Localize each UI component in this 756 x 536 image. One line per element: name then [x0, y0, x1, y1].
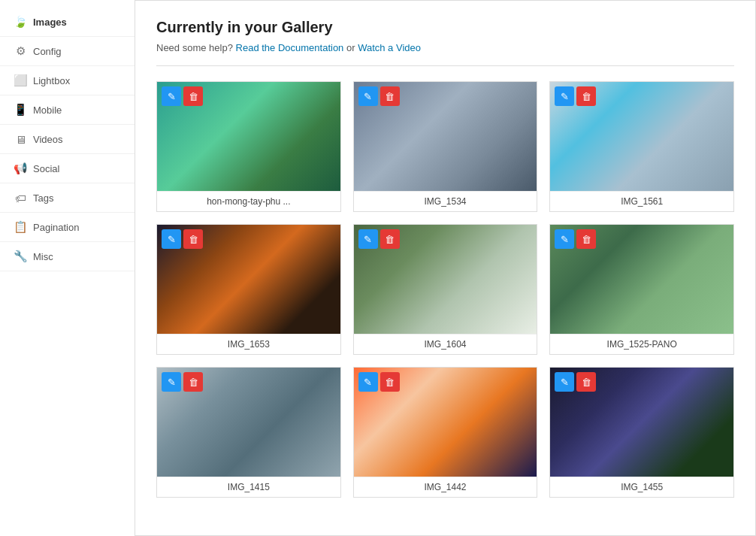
- page-title: Currently in your Gallery: [156, 19, 734, 36]
- watch-video-link[interactable]: Watch a Video: [358, 42, 421, 53]
- sidebar-label-lightbox: Lightbox: [33, 75, 70, 86]
- sidebar-label-misc: Misc: [33, 251, 53, 262]
- delete-button[interactable]: 🗑: [183, 372, 203, 392]
- sidebar-label-images: Images: [33, 17, 67, 28]
- delete-button[interactable]: 🗑: [576, 372, 596, 392]
- tags-icon: 🏷: [14, 191, 27, 204]
- sidebar-item-mobile[interactable]: 📱 Mobile: [0, 95, 135, 125]
- sidebar-item-lightbox[interactable]: ⬜ Lightbox: [0, 66, 135, 95]
- gallery-caption: IMG_1442: [354, 477, 537, 497]
- gallery-overlay: ✎ 🗑: [162, 372, 203, 392]
- gallery-item: ✎ 🗑 IMG_1653: [156, 224, 341, 355]
- gallery-caption: IMG_1534: [354, 191, 537, 211]
- gallery-caption: IMG_1455: [550, 477, 733, 497]
- social-icon: 📢: [14, 162, 27, 175]
- sidebar-label-social: Social: [33, 163, 59, 174]
- main-content: Currently in your Gallery Need some help…: [135, 0, 756, 536]
- mobile-icon: 📱: [14, 103, 27, 117]
- read-docs-link[interactable]: Read the Documentation: [236, 42, 344, 53]
- videos-icon: 🖥: [14, 132, 27, 146]
- gallery-item: ✎ 🗑 IMG_1561: [549, 81, 734, 212]
- sidebar-label-videos: Videos: [33, 134, 63, 145]
- edit-button[interactable]: ✎: [358, 229, 378, 249]
- gallery-thumb: ✎ 🗑: [354, 368, 537, 477]
- gallery-thumb: ✎ 🗑: [354, 82, 537, 191]
- delete-button[interactable]: 🗑: [183, 86, 203, 106]
- sidebar: 🍃 Images ⚙ Config ⬜ Lightbox 📱 Mobile 🖥 …: [0, 0, 135, 536]
- delete-button[interactable]: 🗑: [380, 86, 400, 106]
- lightbox-icon: ⬜: [14, 74, 27, 87]
- gear-icon: ⚙: [14, 44, 27, 58]
- gallery-caption: IMG_1561: [550, 191, 733, 211]
- edit-button[interactable]: ✎: [555, 229, 574, 249]
- edit-button[interactable]: ✎: [162, 86, 181, 106]
- gallery-thumb: ✎ 🗑: [157, 225, 340, 334]
- sidebar-item-videos[interactable]: 🖥 Videos: [0, 125, 135, 154]
- sidebar-item-images[interactable]: 🍃 Images: [0, 8, 135, 37]
- gallery-thumb: ✎ 🗑: [550, 225, 733, 334]
- help-prefix: Need some help?: [156, 42, 233, 53]
- gallery-overlay: ✎ 🗑: [162, 86, 203, 106]
- gallery-thumb: ✎ 🗑: [550, 82, 733, 191]
- gallery-item: ✎ 🗑 IMG_1604: [353, 224, 538, 355]
- gallery-overlay: ✎ 🗑: [555, 86, 596, 106]
- gallery-overlay: ✎ 🗑: [358, 86, 400, 106]
- gallery-item: ✎ 🗑 IMG_1525-PANO: [549, 224, 734, 355]
- gallery-grid: ✎ 🗑 hon-mong-tay-phu ... ✎ 🗑 IMG_1534 ✎ …: [156, 81, 734, 498]
- gallery-overlay: ✎ 🗑: [162, 229, 203, 249]
- sidebar-item-pagination[interactable]: 📋 Pagination: [0, 213, 135, 242]
- gallery-item: ✎ 🗑 hon-mong-tay-phu ...: [156, 81, 341, 212]
- sidebar-item-config[interactable]: ⚙ Config: [0, 37, 135, 66]
- sidebar-item-misc[interactable]: 🔧 Misc: [0, 242, 135, 271]
- sidebar-label-mobile: Mobile: [33, 104, 62, 116]
- pagination-icon: 📋: [14, 220, 27, 234]
- gallery-thumb: ✎ 🗑: [550, 368, 733, 477]
- gallery-thumb: ✎ 🗑: [157, 368, 340, 477]
- sidebar-item-social[interactable]: 📢 Social: [0, 154, 135, 183]
- gallery-overlay: ✎ 🗑: [555, 229, 596, 249]
- gallery-item: ✎ 🗑 IMG_1534: [353, 81, 538, 212]
- help-middle: or: [346, 42, 358, 53]
- edit-button[interactable]: ✎: [555, 372, 574, 392]
- edit-button[interactable]: ✎: [162, 372, 181, 392]
- delete-button[interactable]: 🗑: [576, 229, 596, 249]
- misc-icon: 🔧: [14, 250, 27, 263]
- gallery-caption: IMG_1653: [157, 334, 340, 354]
- delete-button[interactable]: 🗑: [183, 229, 203, 249]
- gallery-item: ✎ 🗑 IMG_1442: [353, 367, 538, 498]
- edit-button[interactable]: ✎: [162, 229, 181, 249]
- gallery-thumb: ✎ 🗑: [157, 82, 340, 191]
- gallery-overlay: ✎ 🗑: [358, 229, 400, 249]
- gallery-thumb: ✎ 🗑: [354, 225, 537, 334]
- edit-button[interactable]: ✎: [555, 86, 574, 106]
- sidebar-label-pagination: Pagination: [33, 222, 79, 233]
- edit-button[interactable]: ✎: [358, 372, 378, 392]
- delete-button[interactable]: 🗑: [380, 229, 400, 249]
- gallery-overlay: ✎ 🗑: [555, 372, 596, 392]
- edit-button[interactable]: ✎: [358, 86, 378, 106]
- delete-button[interactable]: 🗑: [576, 86, 596, 106]
- sidebar-label-config: Config: [33, 46, 62, 57]
- sidebar-item-tags[interactable]: 🏷 Tags: [0, 183, 135, 213]
- gallery-overlay: ✎ 🗑: [358, 372, 400, 392]
- section-divider: [156, 65, 734, 66]
- gallery-item: ✎ 🗑 IMG_1415: [156, 367, 341, 498]
- delete-button[interactable]: 🗑: [380, 372, 400, 392]
- gallery-caption: IMG_1604: [354, 334, 537, 354]
- help-text: Need some help? Read the Documentation o…: [156, 42, 734, 53]
- gallery-caption: hon-mong-tay-phu ...: [157, 191, 340, 211]
- gallery-caption: IMG_1525-PANO: [550, 334, 733, 354]
- gallery-item: ✎ 🗑 IMG_1455: [549, 367, 734, 498]
- leaf-icon: 🍃: [14, 15, 27, 29]
- sidebar-label-tags: Tags: [33, 192, 53, 204]
- gallery-caption: IMG_1415: [157, 477, 340, 497]
